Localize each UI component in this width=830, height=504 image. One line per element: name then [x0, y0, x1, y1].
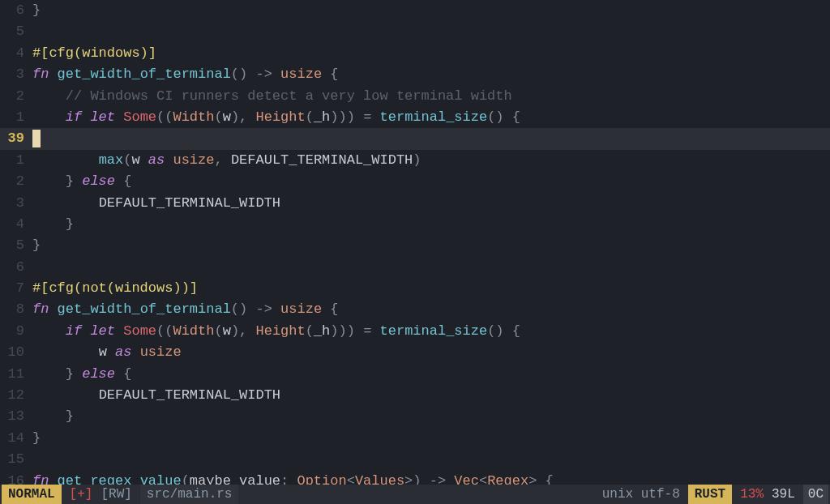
fn-call-terminal-size: terminal_size — [380, 109, 488, 125]
code-line: 6 } — [0, 0, 830, 21]
status-file: src/main.rs — [140, 485, 239, 504]
gutter-number: 16 — [0, 471, 32, 485]
type-usize: usize — [280, 66, 322, 82]
status-percent: 13% — [740, 485, 764, 504]
status-bar: NORMAL [+] [RW] src/main.rs unix utf-8 R… — [0, 485, 830, 504]
gutter-number: 5 — [0, 235, 32, 256]
keyword-let: let — [90, 109, 115, 125]
gutter-number: 3 — [0, 193, 32, 214]
editor-root: 6 } 5 4 #[cfg(windows)] 3 fn get_width_o… — [0, 0, 830, 504]
function-name: get_regex_value — [58, 473, 182, 485]
status-encoding: unix utf-8 — [602, 485, 680, 504]
code-line: 16 fn get_regex_value(maybe_value: Optio… — [0, 471, 830, 485]
status-column: 0C — [803, 485, 828, 504]
gutter-number: 12 — [0, 385, 32, 406]
code-line: 9 if let Some((Width(w), Height(_h))) = … — [0, 321, 830, 342]
attribute: #[cfg(not(windows))] — [32, 280, 198, 296]
attribute: #[cfg(windows)] — [32, 45, 156, 61]
code-line: 4 #[cfg(windows)] — [0, 43, 830, 64]
code-line-current: 39 — [0, 128, 830, 149]
brace-close: } — [32, 2, 41, 18]
gutter-number: 1 — [0, 150, 32, 171]
code-line: 1 if let Some((Width(w), Height(_h))) = … — [0, 107, 830, 128]
code-line: 10 w as usize — [0, 342, 830, 363]
code-line: 4 } — [0, 214, 830, 235]
gutter-number: 7 — [0, 278, 32, 299]
gutter-number: 6 — [0, 0, 32, 21]
code-line: 3 DEFAULT_TERMINAL_WIDTH — [0, 193, 830, 214]
gutter-number: 4 — [0, 43, 32, 64]
variant-some: Some — [123, 109, 156, 125]
const-default-width: DEFAULT_TERMINAL_WIDTH — [231, 152, 413, 168]
gutter-number: 1 — [0, 107, 32, 128]
code-line: 2 } else { — [0, 171, 830, 192]
keyword-else: else — [82, 173, 115, 189]
code-line: 14 } — [0, 428, 830, 449]
code-line: 13 } — [0, 406, 830, 427]
code-line: 7 #[cfg(not(windows))] — [0, 278, 830, 299]
status-rw: [RW] — [101, 485, 131, 504]
param-maybe-value: maybe_value — [190, 473, 280, 485]
gutter-number: 4 — [0, 214, 32, 235]
gutter-number: 8 — [0, 299, 32, 320]
gutter-number: 2 — [0, 171, 32, 192]
const-default-width: DEFAULT_TERMINAL_WIDTH — [99, 195, 280, 211]
keyword-if: if — [66, 109, 82, 125]
cursor — [32, 130, 41, 147]
code-line: 5 } — [0, 235, 830, 256]
function-name: get_width_of_terminal — [58, 66, 231, 82]
code-line: 15 — [0, 449, 830, 470]
status-modified: [+] — [70, 485, 93, 504]
gutter-number: 5 — [0, 21, 32, 42]
code-line: 5 — [0, 21, 830, 42]
gutter-number: 6 — [0, 257, 32, 278]
code-line: 12 DEFAULT_TERMINAL_WIDTH — [0, 385, 830, 406]
code-line: 11 } else { — [0, 364, 830, 385]
gutter-number: 15 — [0, 449, 32, 470]
gutter-number: 2 — [0, 86, 32, 107]
status-mode: NORMAL — [2, 485, 62, 504]
status-lines: 39L — [772, 485, 795, 504]
keyword-fn: fn — [32, 66, 49, 82]
code-line: 3 fn get_width_of_terminal() -> usize { — [0, 64, 830, 85]
keyword-as: as — [148, 152, 165, 168]
gutter-number: 11 — [0, 364, 32, 385]
gutter-number: 13 — [0, 406, 32, 427]
gutter-number: 14 — [0, 428, 32, 449]
status-filetype: RUST — [688, 485, 732, 504]
gutter-number: 10 — [0, 342, 32, 363]
code-area[interactable]: 6 } 5 4 #[cfg(windows)] 3 fn get_width_o… — [0, 0, 830, 485]
gutter-number: 9 — [0, 321, 32, 342]
comment: // Windows CI runners detect a very low … — [66, 88, 512, 104]
fn-call-max: max — [99, 152, 124, 168]
gutter-number: 3 — [0, 64, 32, 85]
code-line: 6 — [0, 257, 830, 278]
gutter-number-current: 39 — [0, 128, 32, 149]
code-line: 8 fn get_width_of_terminal() -> usize { — [0, 299, 830, 320]
code-line: 2 // Windows CI runners detect a very lo… — [0, 86, 830, 107]
code-line: 1 max(w as usize, DEFAULT_TERMINAL_WIDTH… — [0, 150, 830, 171]
